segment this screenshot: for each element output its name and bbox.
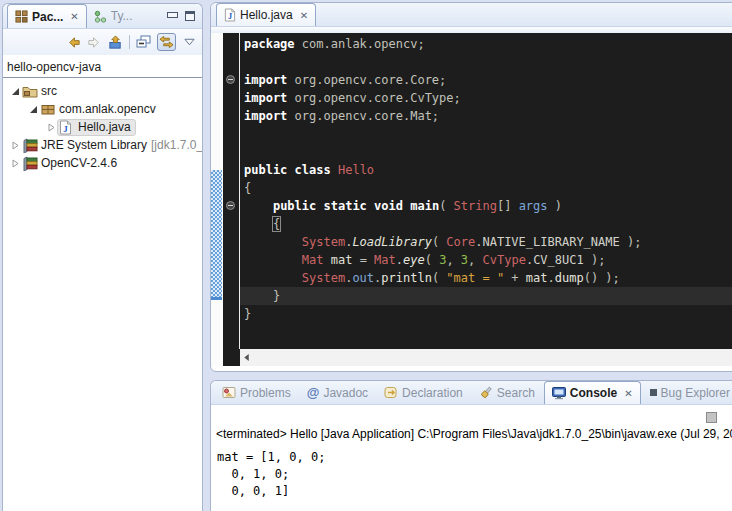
view-menu-icon[interactable]: [182, 38, 195, 46]
horizontal-scrollbar[interactable]: [240, 349, 732, 366]
code-token: args: [519, 199, 548, 213]
expanded-arrow-icon[interactable]: [9, 87, 21, 96]
console-output[interactable]: mat = [1, 0, 0; 0, 1, 0; 0, 0, 1]: [217, 449, 325, 500]
code-token: package: [244, 37, 295, 51]
fold-collapse-icon[interactable]: [226, 201, 235, 210]
tab-declaration[interactable]: Declaration: [377, 381, 470, 404]
editor-content: package com.anlak.opencv;import org.open…: [211, 33, 732, 349]
code-area[interactable]: package com.anlak.opencv;import org.open…: [239, 33, 732, 349]
code-line[interactable]: public static void main( String[] args ): [244, 197, 732, 215]
collapse-all-icon[interactable]: [136, 35, 151, 50]
tab-package-explorer-label: Pac...: [32, 10, 63, 24]
code-line[interactable]: import org.opencv.core.Core;: [244, 71, 732, 89]
project-root-label[interactable]: hello-opencv-java: [3, 55, 202, 77]
tree-item-opencv-library[interactable]: OpenCV-2.4.6: [3, 154, 202, 172]
library-icon: [22, 138, 38, 153]
close-icon[interactable]: ✕: [70, 11, 78, 22]
tab-console[interactable]: Console ✕: [544, 381, 641, 404]
console-toolbar-button[interactable]: [706, 412, 717, 423]
tab-search-label: Search: [497, 386, 535, 400]
code-token: CV_8UC1: [533, 253, 584, 267]
code-token: com.anlak.opencv;: [295, 37, 425, 51]
code-token: dump: [555, 271, 584, 285]
selected-tree-item[interactable]: J Hello.java: [57, 119, 136, 136]
editor-panel: J Hello.java ✕ package com.anlak.opencv;…: [210, 2, 732, 372]
code-line[interactable]: [244, 53, 732, 71]
source-folder-icon: [22, 84, 38, 99]
ruler-footer: [211, 349, 223, 366]
expanded-arrow-icon[interactable]: [27, 105, 39, 114]
collapsed-arrow-icon[interactable]: [9, 159, 21, 168]
close-icon[interactable]: ✕: [624, 388, 632, 399]
code-token: () );: [584, 271, 620, 285]
tab-javadoc[interactable]: @ Javadoc: [300, 381, 375, 404]
code-line[interactable]: import org.opencv.core.CvType;: [244, 89, 732, 107]
code-line[interactable]: public class Hello: [244, 161, 732, 179]
code-token: );: [584, 253, 606, 267]
declaration-icon: [384, 386, 398, 399]
code-token: );: [620, 235, 642, 249]
maximize-icon[interactable]: [185, 11, 195, 21]
fold-gutter[interactable]: [223, 33, 239, 349]
code-line[interactable]: package com.anlak.opencv;: [244, 35, 732, 53]
minimize-icon[interactable]: [167, 11, 177, 21]
fold-collapse-icon[interactable]: [226, 75, 235, 84]
code-line[interactable]: System.out.println( "mat = " + mat.dump(…: [244, 269, 732, 287]
code-line[interactable]: }: [240, 287, 732, 305]
tree-item-label: OpenCV-2.4.6: [41, 156, 117, 170]
editor-tabbar: J Hello.java ✕: [211, 3, 732, 27]
console-output-line: mat = [1, 0, 0;: [217, 449, 325, 466]
svg-text:J: J: [228, 12, 232, 21]
code-token: org.opencv.core.Mat;: [287, 109, 439, 123]
code-line[interactable]: {: [244, 215, 732, 233]
code-token: [316, 199, 323, 213]
tab-search[interactable]: Search: [472, 381, 542, 404]
tab-package-explorer[interactable]: Pac... ✕: [7, 4, 87, 28]
code-line[interactable]: }: [244, 305, 732, 323]
link-with-editor-toggle[interactable]: [157, 33, 176, 51]
code-token: [323, 253, 330, 267]
tree-item-hello-java[interactable]: J Hello.java: [3, 118, 202, 136]
scroll-left-arrow-icon[interactable]: [243, 353, 250, 362]
code-lines: package com.anlak.opencv;import org.open…: [244, 35, 732, 323]
code-token: static: [324, 199, 367, 213]
svg-text:J: J: [63, 124, 68, 134]
package-explorer-icon: [15, 10, 28, 23]
java-file-icon: J: [59, 120, 75, 135]
collapsed-arrow-icon[interactable]: [45, 123, 57, 132]
go-up-icon[interactable]: [108, 35, 123, 50]
tab-bug-explorer[interactable]: Bug Explorer: [643, 381, 732, 404]
code-line[interactable]: [244, 143, 732, 161]
editor-scroll-row: [211, 349, 732, 366]
annotation-ruler[interactable]: [211, 33, 223, 349]
forward-arrow-icon[interactable]: [87, 35, 102, 50]
tab-problems-label: Problems: [240, 386, 291, 400]
java-file-icon: J: [224, 8, 236, 22]
javadoc-icon: @: [307, 385, 320, 400]
back-arrow-icon[interactable]: [66, 35, 81, 50]
code-line[interactable]: System.LoadLibrary( Core.NATIVE_LIBRARY_…: [244, 233, 732, 251]
tab-type-hierarchy-label: Ty...: [111, 9, 133, 23]
code-line[interactable]: [244, 125, 732, 143]
code-line[interactable]: import org.opencv.core.Mat;: [244, 107, 732, 125]
tree-item-label: src: [41, 84, 57, 98]
tab-hello-java[interactable]: J Hello.java ✕: [216, 3, 316, 26]
close-icon[interactable]: ✕: [300, 10, 308, 21]
code-token: "mat = ": [446, 271, 504, 285]
tab-type-hierarchy[interactable]: Ty...: [87, 4, 140, 28]
code-line[interactable]: {: [244, 179, 732, 197]
gutter-footer: [223, 349, 240, 366]
tree-item-src[interactable]: src: [3, 82, 202, 100]
tree-item-jre-library[interactable]: JRE System Library [jdk1.7.0_25]: [3, 136, 202, 154]
collapsed-arrow-icon[interactable]: [9, 141, 21, 150]
code-token: }: [244, 289, 280, 303]
code-token: (: [432, 235, 446, 249]
code-token: }: [244, 307, 251, 321]
tree-item-package[interactable]: com.anlak.opencv: [3, 100, 202, 118]
code-token: org.opencv.core.CvType;: [287, 91, 460, 105]
tab-problems[interactable]: Problems: [215, 381, 298, 404]
code-line[interactable]: Mat mat = Mat.eye( 3, 3, CvType.CV_8UC1 …: [244, 251, 732, 269]
code-token: NATIVE_LIBRARY_NAME: [482, 235, 619, 249]
package-explorer-tabbar: Pac... ✕ Ty...: [3, 4, 202, 29]
project-tree: src com.anlak.opencv: [3, 78, 202, 172]
